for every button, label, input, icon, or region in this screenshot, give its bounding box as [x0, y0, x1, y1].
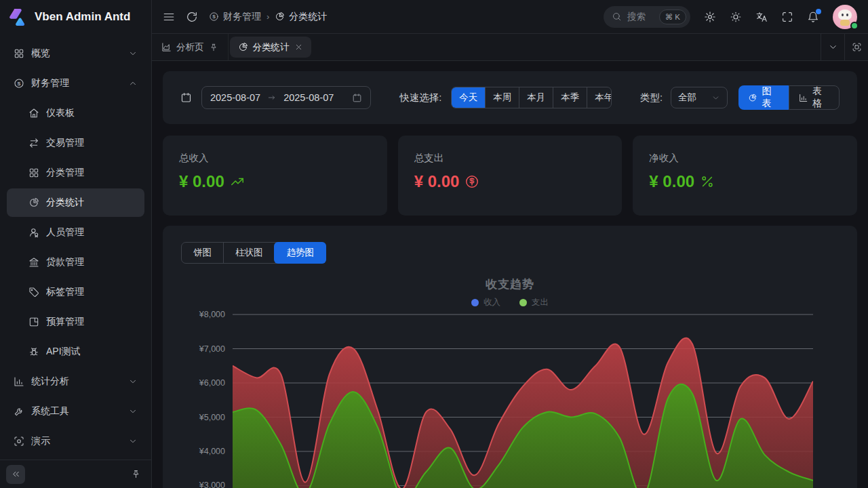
chevron-down-icon — [711, 94, 720, 102]
avatar-status-dot — [850, 22, 859, 30]
sidebar-item-category-stats[interactable]: 分类统计 — [7, 188, 144, 217]
chevron-down-icon — [128, 436, 138, 446]
pie-chart-icon — [748, 93, 757, 103]
breadcrumb: S 财务管理 › 分类统计 — [209, 11, 327, 23]
circle-s-icon: S — [14, 78, 24, 89]
quick-month-button[interactable]: 本月 — [519, 87, 553, 108]
card-value: ¥ 0.00 — [649, 172, 694, 191]
gear-icon[interactable] — [704, 11, 716, 23]
chart-title: 收支趋势 — [163, 277, 857, 292]
sidebar-item-tags[interactable]: 标签管理 — [7, 278, 144, 306]
sidebar-item-label: 系统工具 — [31, 405, 121, 418]
dashboard-grid-icon — [14, 48, 24, 59]
sidebar-item-demo[interactable]: 演示 — [7, 427, 144, 455]
tab-label: 分析页 — [176, 41, 204, 54]
breadcrumb-separator: › — [267, 12, 269, 22]
sidebar-item-budget[interactable]: 预算管理 — [7, 308, 144, 336]
sidebar-item-label: 交易管理 — [46, 137, 138, 149]
bank-icon — [28, 257, 39, 268]
tabs-dropdown-button[interactable] — [821, 34, 844, 60]
sidebar-item-label: 概览 — [31, 47, 121, 60]
legend-income-dot — [471, 299, 479, 306]
maximize-content-button[interactable] — [844, 34, 868, 60]
quick-year-button[interactable]: 本年 — [587, 87, 612, 108]
calendar-icon — [180, 92, 192, 104]
chart-type-pie-button[interactable]: 饼图 — [182, 243, 223, 263]
sidebar-item-finance[interactable]: S 财务管理 — [7, 69, 144, 98]
tab-category-stats[interactable]: 分类统计 — [230, 37, 311, 58]
sidebar-item-loans[interactable]: 贷款管理 — [7, 248, 144, 277]
bar-chart-icon — [799, 93, 808, 103]
quick-quarter-button[interactable]: 本季 — [553, 87, 587, 108]
bar-chart-icon — [14, 376, 24, 387]
refresh-icon[interactable] — [186, 11, 198, 23]
calendar-icon — [352, 93, 362, 103]
sidebar: Vben Admin Antd 概览 S 财务管理 仪表板 — [0, 0, 152, 488]
maximize-icon — [852, 42, 862, 52]
date-range-picker[interactable]: 2025-08-07 2025-08-07 — [201, 86, 371, 109]
date-from[interactable]: 2025-08-07 — [210, 92, 260, 103]
tabbar: 分析页 分类统计 — [152, 34, 868, 61]
chevron-down-icon — [128, 377, 138, 386]
translate-icon[interactable] — [755, 11, 768, 23]
tag-icon — [28, 287, 39, 298]
pin-sidebar-button[interactable] — [126, 465, 145, 484]
quick-select-label: 快速选择: — [399, 92, 441, 104]
chart-type-trend-button[interactable]: 趋势图 — [274, 242, 327, 264]
type-select[interactable]: 全部 — [671, 87, 728, 108]
search-input[interactable]: 搜索 ⌘ K — [604, 6, 690, 28]
breadcrumb-item-finance[interactable]: S 财务管理 — [209, 11, 261, 23]
chevron-down-icon — [828, 42, 838, 52]
pin-icon[interactable] — [209, 43, 218, 52]
card-label: 净收入 — [649, 152, 841, 165]
y-axis-tick: ¥5,000 — [176, 413, 225, 422]
notification-dot — [816, 9, 821, 14]
app-root: Vben Admin Antd 概览 S 财务管理 仪表板 — [0, 0, 868, 488]
grid-icon — [28, 167, 39, 178]
breadcrumb-label: 分类统计 — [289, 11, 327, 23]
theme-sun-icon[interactable] — [730, 11, 742, 23]
sidebar-item-system-tools[interactable]: 系统工具 — [7, 397, 144, 426]
sidebar-item-statistics[interactable]: 统计分析 — [7, 367, 144, 396]
quick-week-button[interactable]: 本周 — [485, 87, 519, 108]
chart-type-bar-button[interactable]: 柱状图 — [223, 243, 275, 263]
header-actions: 搜索 ⌘ K — [604, 5, 857, 29]
sidebar-item-label: 分类统计 — [46, 197, 138, 209]
trend-chart-svg — [233, 306, 813, 488]
sidebar-item-categories[interactable]: 分类管理 — [7, 159, 144, 187]
area-chart-icon — [161, 42, 172, 52]
date-to[interactable]: 2025-08-07 — [283, 92, 334, 103]
fullscreen-icon[interactable] — [781, 11, 793, 23]
view-table-button[interactable]: 表格 — [789, 85, 840, 110]
collapse-sidebar-button[interactable] — [6, 465, 25, 484]
main-content: 2025-08-07 2025-08-07 快速选择: 今天 本周 本月 本季 … — [152, 61, 868, 488]
layout-panel-icon — [28, 317, 39, 327]
user-badge-icon — [28, 227, 39, 238]
sidebar-menu: 概览 S 财务管理 仪表板 交易管理 — [0, 34, 151, 455]
close-icon[interactable] — [294, 43, 303, 52]
sidebar-item-label: 贷款管理 — [46, 256, 138, 268]
y-axis-tick: ¥7,000 — [176, 344, 225, 354]
quick-today-button[interactable]: 今天 — [452, 87, 485, 108]
tab-analysis[interactable]: 分析页 — [152, 34, 229, 60]
sidebar-item-transactions[interactable]: 交易管理 — [7, 129, 144, 157]
sidebar-item-dashboard[interactable]: 仪表板 — [7, 99, 144, 127]
card-total-income: 总收入 ¥ 0.00 — [163, 136, 387, 216]
sidebar-item-api-test[interactable]: API测试 — [7, 338, 144, 366]
sidebar-item-label: 分类管理 — [46, 167, 138, 179]
sidebar-item-people[interactable]: 人员管理 — [7, 218, 144, 247]
logo[interactable]: Vben Admin Antd — [0, 0, 151, 34]
card-value: ¥ 0.00 — [414, 172, 460, 191]
hamburger-menu-icon[interactable] — [163, 11, 175, 23]
y-axis-tick: ¥6,000 — [176, 378, 225, 388]
notifications-button[interactable] — [807, 11, 819, 23]
sidebar-item-overview[interactable]: 概览 — [7, 39, 144, 68]
pie-chart-icon — [238, 42, 248, 52]
legend-expense-dot — [519, 299, 527, 306]
breadcrumb-item-category-stats[interactable]: 分类统计 — [275, 11, 327, 23]
avatar[interactable] — [833, 5, 857, 29]
type-label: 类型: — [640, 92, 663, 104]
view-chart-button[interactable]: 图表 — [738, 85, 788, 110]
svg-text:S: S — [212, 14, 216, 19]
card-label: 总收入 — [179, 152, 371, 165]
